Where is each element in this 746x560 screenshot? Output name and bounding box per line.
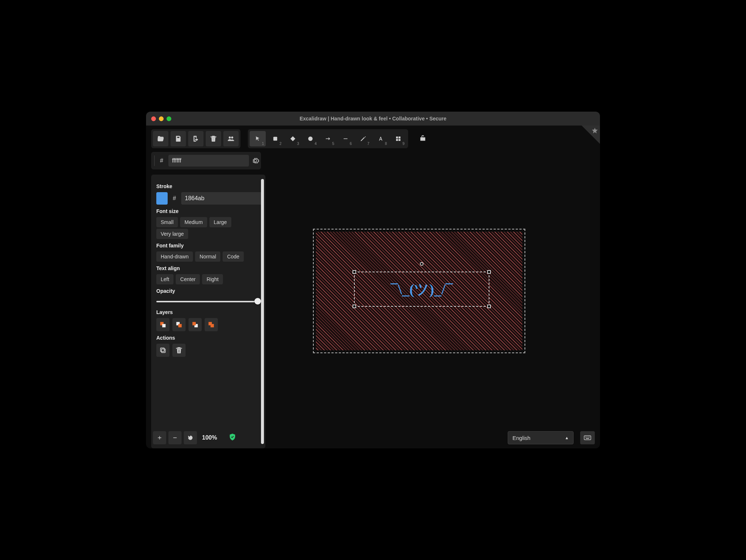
language-value: English	[512, 435, 530, 441]
svg-rect-5	[399, 139, 400, 141]
main: Stroke # Font size Small Medium Large Ve…	[146, 169, 600, 448]
tool-num: 6	[350, 142, 352, 146]
zoom-reset-button[interactable]	[184, 431, 197, 444]
bring-to-front[interactable]	[205, 318, 218, 331]
maximize-window[interactable]	[167, 116, 171, 121]
rotate-handle[interactable]	[420, 262, 424, 266]
settings-button[interactable]	[252, 155, 259, 167]
font-size-very-large[interactable]: Very large	[156, 229, 188, 239]
zoom-value[interactable]: 100%	[199, 434, 220, 441]
svg-rect-19	[586, 437, 587, 437]
svg-rect-4	[396, 139, 398, 141]
align-left[interactable]: Left	[156, 274, 174, 284]
canvas-background-row: #	[151, 152, 261, 169]
tool-rectangle[interactable]: 2	[267, 131, 283, 146]
tool-selection[interactable]: 1	[250, 131, 266, 146]
resize-handle-bl[interactable]	[353, 305, 356, 308]
svg-rect-2	[396, 137, 398, 138]
language-select[interactable]: English ▲	[508, 431, 574, 444]
open-button[interactable]	[153, 131, 168, 146]
text-align-label: Text align	[156, 265, 262, 271]
close-window[interactable]	[151, 116, 156, 121]
slider-thumb[interactable]	[254, 298, 261, 305]
window-controls	[151, 116, 171, 121]
selection-bounds-outer[interactable]: ¯\_(ツ)_/¯	[313, 229, 525, 353]
resize-handle-tl[interactable]	[353, 270, 356, 274]
resize-handle-br[interactable]	[487, 305, 491, 308]
delete-button[interactable]	[172, 344, 186, 357]
lock-toggle[interactable]	[419, 134, 426, 143]
svg-rect-14	[209, 322, 212, 325]
resize-handle-tr[interactable]	[487, 270, 491, 274]
svg-rect-21	[589, 437, 590, 437]
stroke-row: #	[156, 192, 262, 205]
zoom-out-button[interactable]	[168, 431, 182, 444]
duplicate-button[interactable]	[156, 344, 169, 357]
svg-rect-18	[585, 437, 586, 437]
tool-num: 4	[314, 142, 317, 146]
opacity-label: Opacity	[156, 288, 262, 294]
font-size-medium[interactable]: Medium	[180, 217, 207, 227]
font-size-label: Font size	[156, 208, 262, 214]
stroke-swatch[interactable]	[156, 192, 168, 205]
zoom-controls: 100%	[151, 429, 222, 446]
export-button[interactable]	[188, 131, 204, 146]
tool-num: 8	[385, 142, 387, 146]
keyboard-shortcuts-button[interactable]	[580, 431, 595, 444]
window-title: Excalidraw | Hand-drawn look & feel • Co…	[146, 116, 600, 122]
tool-text[interactable]: 8	[373, 131, 389, 146]
layer-actions	[156, 318, 262, 331]
font-family-code[interactable]: Code	[223, 251, 243, 262]
send-backward[interactable]	[172, 318, 186, 331]
font-family-handdrawn[interactable]: Hand-drawn	[156, 251, 193, 262]
slider-track	[156, 301, 260, 302]
tool-num: 5	[332, 142, 334, 146]
align-center[interactable]: Center	[176, 274, 200, 284]
tool-diamond[interactable]: 3	[285, 131, 301, 146]
scrollbar[interactable]	[261, 179, 264, 444]
chevron-up-icon: ▲	[565, 436, 569, 440]
tool-num: 2	[279, 142, 281, 146]
selection-bounds-inner[interactable]: ¯\_(ツ)_/¯	[354, 272, 489, 307]
font-size-large[interactable]: Large	[209, 217, 231, 227]
opacity-slider[interactable]	[156, 297, 260, 306]
svg-rect-17	[584, 436, 591, 440]
svg-rect-7	[162, 324, 165, 327]
clear-canvas-button[interactable]	[206, 131, 221, 146]
encryption-shield-icon[interactable]	[228, 433, 236, 443]
tool-line[interactable]: 6	[337, 131, 354, 146]
align-right[interactable]: Right	[202, 274, 223, 284]
element-actions	[156, 344, 262, 357]
actions-label: Actions	[156, 335, 262, 341]
minimize-window[interactable]	[159, 116, 164, 121]
svg-rect-9	[178, 324, 182, 327]
tool-ellipse[interactable]: 4	[302, 131, 318, 146]
collaborate-button[interactable]	[223, 131, 239, 146]
svg-rect-0	[273, 137, 277, 141]
font-size-options: Small Medium Large	[156, 217, 262, 227]
bring-forward[interactable]	[189, 318, 202, 331]
app-window: Excalidraw | Hand-drawn look & feel • Co…	[146, 112, 600, 448]
font-size-small[interactable]: Small	[156, 217, 178, 227]
tool-num: 7	[367, 142, 369, 146]
font-family-options: Hand-drawn Normal Code	[156, 251, 262, 262]
svg-point-1	[308, 137, 313, 141]
save-button[interactable]	[171, 131, 186, 146]
background-swatch[interactable]	[154, 155, 155, 166]
send-to-back[interactable]	[156, 318, 169, 331]
font-family-label: Font family	[156, 243, 262, 249]
tool-library[interactable]: 9	[390, 131, 406, 146]
topbar: 1 2 3 4 5	[146, 126, 600, 150]
stroke-hex-input[interactable]	[181, 192, 262, 205]
hash-label: #	[158, 157, 165, 164]
canvas[interactable]: ¯\_(ツ)_/¯	[265, 169, 600, 448]
svg-rect-22	[586, 438, 589, 439]
background-hex-input[interactable]	[168, 155, 249, 167]
font-family-normal[interactable]: Normal	[195, 251, 220, 262]
content: 1 2 3 4 5	[146, 126, 600, 448]
zoom-in-button[interactable]	[153, 431, 166, 444]
text-element[interactable]: ¯\_(ツ)_/¯	[391, 279, 453, 299]
tool-arrow[interactable]: 5	[320, 131, 336, 146]
tool-num: 1	[262, 142, 264, 146]
tool-draw[interactable]: 7	[355, 131, 371, 146]
